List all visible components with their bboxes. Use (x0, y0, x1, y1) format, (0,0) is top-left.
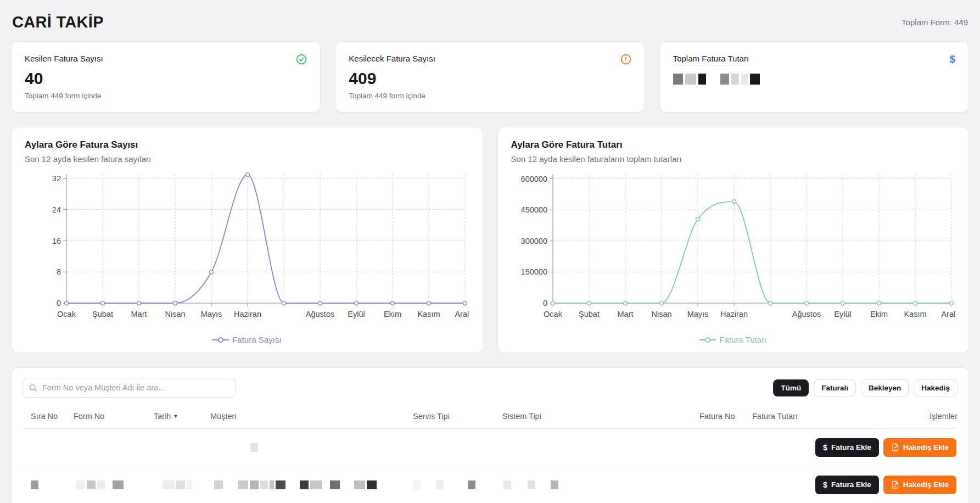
chart-title: Aylara Göre Fatura Sayısı (25, 139, 469, 150)
dollar-icon: $ (823, 480, 827, 489)
redacted-block (238, 480, 248, 489)
chart-subtitle: Son 12 ayda kesilen fatura sayıları (25, 154, 469, 164)
redacted-block (413, 480, 421, 489)
svg-text:Nisan: Nisan (165, 310, 185, 318)
svg-text:32: 32 (52, 174, 61, 183)
svg-text:Nisan: Nisan (651, 310, 671, 318)
svg-text:0: 0 (57, 299, 61, 308)
chart-legend: Fatura Sayısı (25, 335, 469, 345)
redacted-block (354, 480, 365, 489)
cell-sira-no-redacted (31, 480, 74, 489)
svg-text:Şubat: Şubat (579, 310, 600, 318)
redacted-block (214, 480, 223, 489)
filter-faturali-button[interactable]: Faturalı (814, 379, 856, 396)
sort-desc-icon: ▼ (173, 413, 178, 419)
button-label: Hakediş Ekle (903, 443, 949, 451)
filter-bekleyen-button[interactable]: Bekleyen (861, 379, 909, 396)
filter-tumu-button[interactable]: Tümü (773, 379, 809, 396)
redacted-block (367, 480, 377, 489)
redacted-block (76, 480, 85, 489)
stat-value: 40 (25, 69, 307, 88)
line-chart-svg: 0150000300000450000600000OcakŞubatMartNi… (511, 170, 956, 333)
button-label: Fatura Ekle (831, 443, 871, 451)
hakedis-ekle-button[interactable]: Hakediş Ekle (883, 438, 956, 457)
svg-text:Ağustos: Ağustos (306, 310, 334, 318)
chart-card-fatura-sayisi: Aylara Göre Fatura Sayısı Son 12 ayda ke… (11, 127, 483, 353)
stat-subtitle: Toplam 449 form içinde (25, 92, 307, 100)
stat-card-toplam-tutar: Toplam Fatura Tutarı $ (659, 41, 969, 113)
redacted-block (330, 480, 340, 489)
column-header-sira-no: Sıra No (31, 412, 74, 421)
redacted-block (503, 480, 511, 489)
redacted-block (436, 480, 444, 489)
redacted-block (528, 480, 535, 489)
search-icon (29, 383, 37, 394)
redacted-block (468, 480, 475, 489)
cell-form-no-redacted (74, 480, 154, 489)
svg-text:Mart: Mart (131, 310, 147, 318)
redacted-block (685, 74, 696, 85)
svg-text:Eylül: Eylül (348, 310, 365, 318)
line-chart-svg: 08162432OcakŞubatMartNisanMayısHaziranAğ… (25, 170, 469, 333)
row-actions: $ Fatura Ekle Hakediş Ekle (815, 476, 957, 494)
legend-line-icon (212, 336, 229, 344)
stat-title: Kesilecek Fatura Sayısı (349, 54, 435, 63)
line-chart-fatura-sayisi: 08162432OcakŞubatMartNisanMayısHaziranAğ… (25, 170, 469, 333)
redacted-block (750, 74, 760, 85)
svg-text:Kasım: Kasım (417, 310, 440, 318)
redacted-block (698, 74, 706, 85)
redacted-block (551, 480, 558, 489)
svg-text:Ocak: Ocak (544, 310, 563, 318)
svg-text:Aralık: Aralık (455, 310, 469, 318)
table-row: $ Fatura Ekle Hakediş Ekle (23, 466, 957, 503)
svg-text:150000: 150000 (520, 267, 547, 276)
legend-label: Fatura Tutarı (719, 335, 766, 344)
table-toolbar: Tümü Faturalı Bekleyen Hakediş (23, 378, 957, 398)
svg-text:Haziran: Haziran (720, 310, 748, 318)
svg-text:300000: 300000 (520, 237, 547, 245)
redacted-stat-value (673, 73, 955, 85)
charts-row: Aylara Göre Fatura Sayısı Son 12 ayda ke… (11, 127, 969, 353)
fatura-ekle-button[interactable]: $ Fatura Ekle (815, 476, 879, 494)
stat-subtitle: Toplam 449 form içinde (349, 92, 631, 100)
chart-subtitle: Son 12 ayda kesilen faturaların toplam t… (511, 154, 956, 164)
chart-legend: Fatura Tutarı (511, 335, 956, 345)
redacted-block (300, 480, 309, 489)
search-input[interactable] (23, 378, 236, 398)
redacted-block (260, 480, 268, 489)
cell-servis-tipi-redacted (413, 480, 502, 489)
svg-text:Aralık: Aralık (941, 310, 956, 318)
column-header-label: Tarih (154, 412, 171, 421)
redacted-block (673, 74, 683, 85)
line-chart-fatura-tutari: 0150000300000450000600000OcakŞubatMartNi… (511, 170, 956, 333)
redacted-block (113, 480, 124, 489)
redacted-block (176, 480, 185, 489)
svg-text:Ağustos: Ağustos (792, 310, 820, 318)
svg-text:Haziran: Haziran (234, 310, 261, 318)
svg-text:Mayıs: Mayıs (687, 310, 708, 318)
svg-text:Ocak: Ocak (57, 310, 76, 318)
svg-text:8: 8 (57, 267, 61, 276)
legend-label: Fatura Sayısı (232, 335, 281, 344)
stat-cards-row: Kesilen Fatura Sayısı 40 Toplam 449 form… (11, 41, 969, 113)
column-header-musteri: Müşteri (210, 412, 413, 421)
column-header-sistem-tipi: Sistem Tipi (502, 412, 699, 421)
button-label: Hakediş Ekle (903, 480, 949, 489)
redacted-block (310, 480, 322, 489)
redacted-block (87, 480, 96, 489)
fatura-ekle-button[interactable]: $ Fatura Ekle (815, 438, 879, 457)
column-header-servis-tipi: Servis Tipi (413, 412, 502, 421)
column-header-tarih[interactable]: Tarih ▼ (154, 412, 210, 421)
forms-table-card: Tümü Faturalı Bekleyen Hakediş Sıra No F… (11, 367, 969, 503)
file-text-icon (891, 480, 899, 489)
column-header-islemler: İşlemler (835, 412, 957, 421)
cell-sistem-tipi-redacted (502, 480, 699, 489)
filter-buttons: Tümü Faturalı Bekleyen Hakediş (773, 379, 957, 396)
column-header-form-no: Form No (74, 412, 154, 421)
hakedis-ekle-button[interactable]: Hakediş Ekle (883, 476, 956, 494)
filter-hakedis-button[interactable]: Hakediş (914, 379, 957, 396)
stat-value: 409 (349, 69, 631, 88)
legend-item[interactable]: Fatura Tutarı (699, 335, 766, 344)
redacted-block (270, 480, 274, 489)
legend-item[interactable]: Fatura Sayısı (212, 335, 281, 344)
